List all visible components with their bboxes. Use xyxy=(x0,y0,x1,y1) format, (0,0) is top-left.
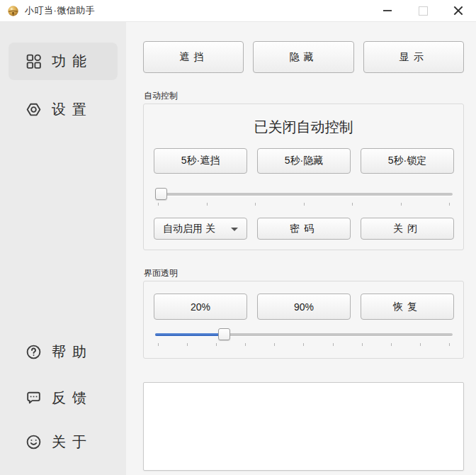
tick-mark xyxy=(158,343,159,346)
tick-mark xyxy=(187,343,188,346)
tick-mark xyxy=(158,203,159,206)
app-window: 小叮当·微信助手 功能 xyxy=(0,0,476,475)
log-textarea[interactable] xyxy=(143,382,464,471)
tick-mark xyxy=(255,203,256,206)
sidebar-item-features[interactable]: 功能 xyxy=(8,43,118,80)
show-button[interactable]: 显示 xyxy=(363,41,464,73)
transparency-90-button[interactable]: 90% xyxy=(257,294,351,320)
maximize-icon xyxy=(419,6,428,16)
tick-mark xyxy=(207,203,208,206)
sidebar-item-label: 功能 xyxy=(52,52,93,71)
top-button-row: 遮挡 隐藏 显示 xyxy=(143,41,464,73)
auto-control-group: 已关闭自动控制 5秒·遮挡 5秒·隐藏 5秒·锁定 自动启用 关 密 xyxy=(143,104,464,250)
timer-lock-button[interactable]: 5秒·锁定 xyxy=(361,148,454,174)
slider-thumb[interactable] xyxy=(155,188,167,200)
transparency-20-button[interactable]: 20% xyxy=(154,294,247,320)
tick-mark xyxy=(352,203,353,206)
slider-thumb[interactable] xyxy=(218,328,230,340)
sidebar-item-label: 帮助 xyxy=(52,342,93,362)
sidebar-item-label: 设置 xyxy=(52,100,93,119)
sidebar-item-about[interactable]: 关于 xyxy=(8,423,118,461)
chat-bubble-icon xyxy=(25,389,42,407)
sidebar-item-settings[interactable]: 设置 xyxy=(8,91,118,128)
auto-control-label: 自动控制 xyxy=(144,90,178,102)
question-circle-icon xyxy=(25,343,42,361)
hide-button[interactable]: 隐藏 xyxy=(253,41,353,73)
window-body: 功能 设置 帮助 xyxy=(0,22,476,475)
sidebar-item-label: 反馈 xyxy=(52,389,93,408)
close-button[interactable] xyxy=(441,0,476,21)
timer-button-row: 5秒·遮挡 5秒·隐藏 5秒·锁定 xyxy=(154,148,454,174)
slider-ticks xyxy=(158,203,450,206)
tick-mark xyxy=(216,343,217,346)
chevron-down-icon xyxy=(231,228,238,231)
sidebar: 功能 设置 帮助 xyxy=(0,22,126,475)
timer-hide-button[interactable]: 5秒·隐藏 xyxy=(257,148,351,174)
close-auto-button[interactable]: 关闭 xyxy=(361,218,454,240)
transparency-restore-button[interactable]: 恢复 xyxy=(361,294,454,320)
auto-control-bottom-row: 自动启用 关 密码 关闭 xyxy=(154,218,454,240)
tick-mark xyxy=(449,203,450,206)
tick-mark xyxy=(362,343,363,346)
minimize-button[interactable] xyxy=(370,0,405,21)
nut-icon xyxy=(25,101,42,118)
auto-control-slider[interactable] xyxy=(155,188,453,200)
sidebar-item-help[interactable]: 帮助 xyxy=(8,333,118,371)
titlebar: 小叮当·微信助手 xyxy=(0,0,476,22)
close-icon xyxy=(453,6,463,16)
gold-bell-icon xyxy=(7,5,19,17)
window-controls xyxy=(370,0,476,21)
sidebar-item-feedback[interactable]: 反馈 xyxy=(8,379,118,417)
slider-track[interactable] xyxy=(155,193,453,196)
tick-mark xyxy=(303,343,304,346)
sidebar-item-label: 关于 xyxy=(52,432,93,452)
password-button[interactable]: 密码 xyxy=(257,218,351,240)
tick-mark xyxy=(420,343,421,346)
tick-mark xyxy=(333,343,334,346)
tick-mark xyxy=(391,343,392,346)
transparency-group: 20% 90% 恢复 xyxy=(143,281,464,359)
auto-enable-dropdown[interactable]: 自动启用 关 xyxy=(154,218,247,240)
tick-mark xyxy=(449,343,450,346)
timer-cover-button[interactable]: 5秒·遮挡 xyxy=(154,148,247,174)
transparency-slider[interactable] xyxy=(155,328,453,340)
tick-mark xyxy=(401,203,402,206)
slider-fill xyxy=(155,333,224,336)
slider-ticks xyxy=(158,343,450,346)
dropdown-value: 自动启用 关 xyxy=(163,223,215,235)
maximize-button[interactable] xyxy=(405,0,441,21)
cover-button[interactable]: 遮挡 xyxy=(143,41,244,73)
minimize-icon xyxy=(383,10,392,11)
tick-mark xyxy=(245,343,246,346)
window-title: 小叮当·微信助手 xyxy=(25,4,95,17)
tick-mark xyxy=(304,203,305,206)
smiley-icon xyxy=(25,433,42,451)
main-panel: 遮挡 隐藏 显示 自动控制 已关闭自动控制 5秒·遮挡 5秒·隐藏 5秒·锁定 xyxy=(126,22,476,475)
transparency-label: 界面透明 xyxy=(144,267,178,279)
grid-icon xyxy=(25,52,42,70)
tick-mark xyxy=(274,343,275,346)
transparency-button-row: 20% 90% 恢复 xyxy=(154,294,454,320)
auto-control-status: 已关闭自动控制 xyxy=(144,118,463,137)
